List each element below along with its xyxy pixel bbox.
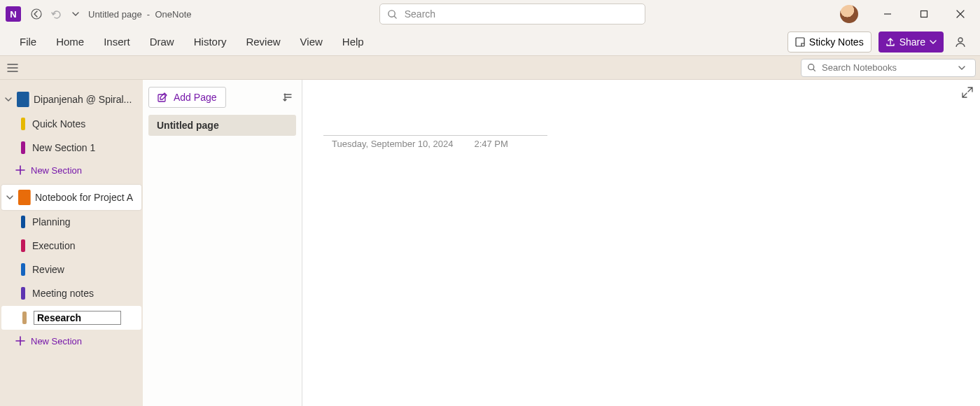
- compose-icon: [158, 92, 168, 103]
- section-color-icon: [21, 239, 25, 252]
- undo-icon: [50, 8, 62, 20]
- section-review[interactable]: Review: [0, 258, 143, 281]
- new-section-button[interactable]: New Section: [0, 330, 143, 351]
- section-label: Quick Notes: [32, 118, 85, 130]
- note-time: 2:47 PM: [474, 139, 507, 149]
- secondary-toolbar: [0, 56, 980, 80]
- note-date: Tuesday, September 10, 2024: [332, 139, 453, 149]
- minimize-icon: [883, 10, 892, 18]
- menu-bar: File Home Insert Draw History Review Vie…: [0, 28, 980, 56]
- section-label: Meeting notes: [32, 288, 94, 299]
- app-logo-icon: N: [6, 6, 21, 22]
- hamburger-icon: [7, 63, 18, 73]
- window-title: Untitled page - OneNote: [88, 9, 191, 20]
- chevron-down-icon: [71, 10, 80, 18]
- notebook-header-project-a[interactable]: Notebook for Project A: [1, 185, 141, 210]
- section-planning[interactable]: Planning: [0, 210, 143, 234]
- minimize-button[interactable]: [874, 4, 902, 24]
- section-color-icon: [22, 312, 27, 324]
- expand-icon: [962, 87, 973, 98]
- section-color-icon: [21, 287, 25, 300]
- plus-icon: [15, 336, 25, 346]
- menu-file[interactable]: File: [10, 31, 46, 52]
- add-page-button[interactable]: Add Page: [148, 87, 226, 108]
- section-quick-notes[interactable]: Quick Notes: [0, 112, 143, 136]
- page-title-input[interactable]: [323, 115, 547, 136]
- menu-help[interactable]: Help: [332, 31, 374, 52]
- main-content: Dipanjenah @ Spiral... Quick Notes New S…: [0, 80, 980, 406]
- section-new-section-1[interactable]: New Section 1: [0, 136, 143, 160]
- menu-insert[interactable]: Insert: [94, 31, 140, 52]
- section-color-icon: [21, 118, 25, 130]
- notebook-label: Notebook for Project A: [35, 192, 137, 203]
- menu-draw[interactable]: Draw: [140, 31, 184, 52]
- search-icon: [387, 9, 398, 20]
- plus-icon: [15, 165, 25, 175]
- note-header: Tuesday, September 10, 2024 2:47 PM: [323, 115, 547, 149]
- close-icon: [956, 10, 965, 18]
- menu-history[interactable]: History: [184, 31, 237, 52]
- add-page-label: Add Page: [174, 92, 217, 103]
- close-button[interactable]: [946, 4, 974, 24]
- undo-button[interactable]: [46, 4, 66, 24]
- notebook-label: Dipanjenah @ Spiral...: [34, 94, 139, 105]
- menu-view[interactable]: View: [290, 31, 332, 52]
- svg-rect-3: [796, 38, 804, 46]
- section-label: Planning: [32, 216, 71, 227]
- notebook-icon: [17, 92, 29, 107]
- share-icon: [886, 37, 895, 47]
- section-label: New Section 1: [32, 142, 95, 153]
- expand-canvas-button[interactable]: [962, 87, 973, 100]
- notebook-header-dipanjenah[interactable]: Dipanjenah @ Spiral...: [0, 87, 143, 112]
- chevron-down-icon: [930, 38, 937, 46]
- page-item-label: Untitled page: [157, 120, 219, 131]
- sort-pages-button[interactable]: [279, 89, 296, 106]
- user-avatar[interactable]: [840, 5, 858, 23]
- section-execution[interactable]: Execution: [0, 234, 143, 258]
- page-list-panel: Add Page Untitled page: [143, 80, 302, 406]
- new-section-label: New Section: [31, 336, 82, 346]
- section-label: Review: [32, 264, 64, 275]
- customize-qat-button[interactable]: [66, 4, 85, 24]
- new-section-button[interactable]: New Section: [0, 160, 143, 181]
- search-notebooks-input[interactable]: [801, 59, 976, 77]
- section-rename-input[interactable]: [34, 311, 121, 325]
- sticky-notes-button[interactable]: Sticky Notes: [788, 31, 872, 52]
- section-color-icon: [21, 263, 25, 276]
- section-color-icon: [21, 216, 25, 228]
- chevron-down-icon: [6, 194, 14, 201]
- notebook-icon: [18, 190, 31, 205]
- section-color-icon: [21, 141, 25, 154]
- maximize-icon: [920, 10, 928, 18]
- title-bar: N Untitled page - OneNote Search: [0, 0, 980, 28]
- window-title-page: Untitled page: [88, 9, 142, 20]
- menu-review[interactable]: Review: [236, 31, 290, 52]
- svg-rect-2: [920, 11, 927, 18]
- section-research-editing[interactable]: [1, 306, 141, 330]
- note-canvas[interactable]: Tuesday, September 10, 2024 2:47 PM: [302, 80, 980, 406]
- notebook-sidebar: Dipanjenah @ Spiral... Quick Notes New S…: [0, 80, 143, 406]
- window-title-app: OneNote: [155, 9, 191, 20]
- page-item-untitled[interactable]: Untitled page: [148, 115, 296, 136]
- back-button[interactable]: [27, 4, 46, 24]
- section-meeting-notes[interactable]: Meeting notes: [0, 281, 143, 305]
- section-label: Execution: [32, 240, 75, 251]
- chevron-down-icon: [4, 96, 13, 103]
- arrow-left-icon: [31, 8, 42, 20]
- nav-toggle-button[interactable]: [4, 59, 21, 76]
- sticky-note-icon: [795, 37, 805, 47]
- menu-home[interactable]: Home: [46, 31, 94, 52]
- window-title-sep: -: [147, 9, 150, 20]
- maximize-button[interactable]: [910, 4, 938, 24]
- new-section-label: New Section: [31, 165, 82, 176]
- person-icon: [953, 35, 967, 49]
- sort-icon: [282, 92, 293, 103]
- svg-point-0: [31, 9, 41, 19]
- sticky-notes-label: Sticky Notes: [809, 36, 864, 48]
- chevron-down-icon: [958, 64, 965, 71]
- presence-button[interactable]: [951, 32, 970, 52]
- global-search-input[interactable]: Search: [379, 4, 645, 24]
- svg-point-4: [958, 38, 962, 42]
- share-button[interactable]: Share: [878, 31, 944, 52]
- search-notebooks-field[interactable]: [820, 62, 958, 74]
